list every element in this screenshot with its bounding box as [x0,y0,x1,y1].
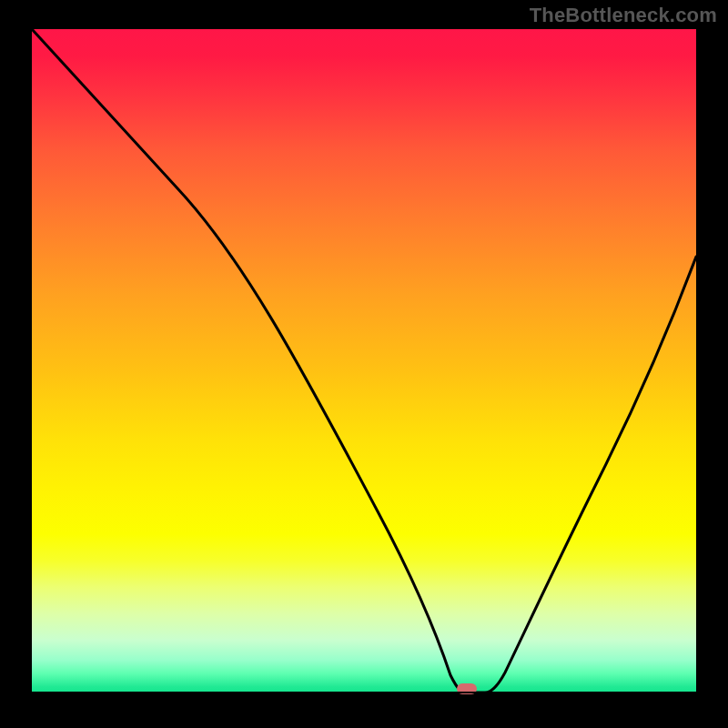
chart-outer-frame: TheBottleneck.com [0,0,728,728]
bottleneck-curve [32,29,696,693]
plot-area [32,29,696,693]
x-axis-baseline [32,692,696,693]
curve-path [32,29,696,693]
watermark-text: TheBottleneck.com [530,4,717,27]
